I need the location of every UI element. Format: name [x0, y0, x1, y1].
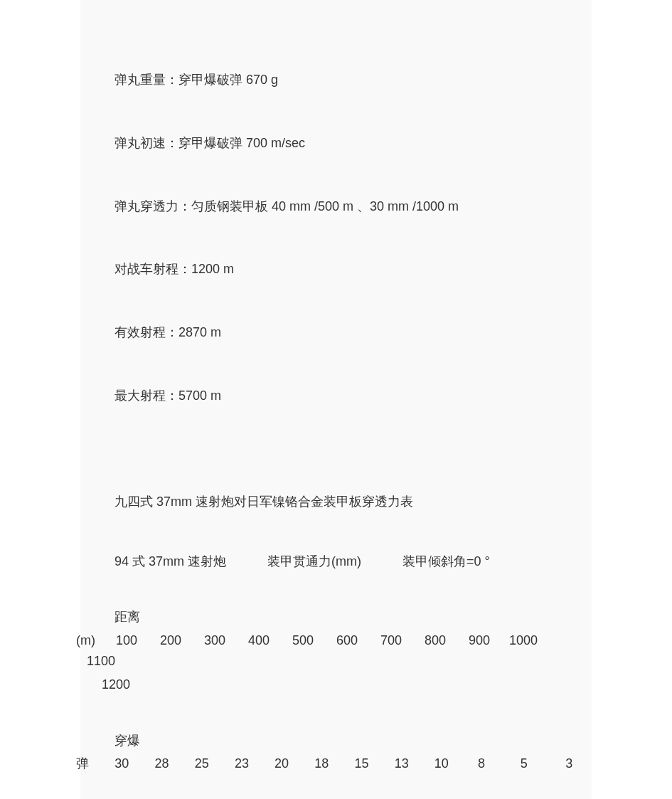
distance-value: 200 [149, 630, 193, 651]
distance-value: 100 [105, 630, 149, 651]
penetration-value: 28 [142, 753, 181, 774]
penetration-value: 5 [501, 753, 546, 774]
distance-wrap: 1200 [80, 672, 592, 695]
distance-unit: (m) [76, 630, 105, 651]
distance-value: 800 [413, 630, 457, 651]
penetration-value: 13 [382, 753, 422, 774]
penetration-value: 3 [547, 753, 592, 774]
penetration-value: 18 [302, 753, 341, 774]
document-page: 弹丸重量：穿甲爆破弹 670 g 弹丸初速：穿甲爆破弹 700 m/sec 弹丸… [80, 0, 592, 799]
penetration-unit: 弹 [76, 753, 102, 774]
distance-value: 900 [457, 630, 501, 651]
table-title: 九四式 37mm 速射炮对日军镍铬合金装甲板穿透力表 [80, 492, 592, 551]
spec-weight: 弹丸重量：穿甲爆破弹 670 g [80, 70, 592, 133]
table-header-row: 94 式 37mm 速射炮 装甲贯通力(mm) 装甲倾斜角=0 ° [80, 551, 592, 608]
distance-value: 400 [237, 630, 281, 651]
table-header-gun: 94 式 37mm 速射炮 [114, 551, 226, 572]
penetration-block: 穿爆 弹 30 28 25 23 20 18 15 13 10 8 5 3 [80, 731, 592, 799]
table-header-col: 装甲贯通力(mm) [267, 551, 361, 572]
distance-block: 距离 (m) 100 200 300 400 500 600 700 800 9… [80, 607, 592, 730]
penetration-label: 穿爆 [80, 731, 592, 751]
spec-effective-range: 有效射程：2870 m [80, 322, 592, 386]
penetration-row: 弹 30 28 25 23 20 18 15 13 10 8 5 3 [76, 753, 592, 774]
distance-value: 600 [325, 630, 369, 651]
distance-label: 距离 [80, 607, 592, 628]
spec-muzzle: 弹丸初速：穿甲爆破弹 700 m/sec [80, 133, 592, 196]
distance-value: 500 [281, 630, 325, 651]
penetration-value: 25 [182, 753, 222, 774]
penetration-value: 15 [341, 753, 381, 774]
spec-penetration: 弹丸穿透力：匀质钢装甲板 40 mm /500 m 、30 mm /1000 m [80, 196, 592, 260]
penetration-value: 10 [422, 753, 462, 774]
table-header-angle: 装甲倾斜角=0 ° [402, 551, 490, 572]
spec-max-range: 最大射程：5700 m [80, 386, 592, 492]
distance-row: (m) 100 200 300 400 500 600 700 800 900 … [76, 630, 592, 672]
penetration-value: 30 [102, 753, 142, 774]
distance-value: 300 [193, 630, 237, 651]
distance-value: 700 [369, 630, 413, 651]
penetration-value: 20 [262, 753, 302, 774]
penetration-value: 8 [462, 753, 501, 774]
distance-value: 1000 [501, 630, 545, 651]
penetration-value: 23 [222, 753, 262, 774]
distance-value: 1100 [76, 651, 126, 672]
spec-anti-tank-range: 对战车射程：1200 m [80, 259, 592, 322]
